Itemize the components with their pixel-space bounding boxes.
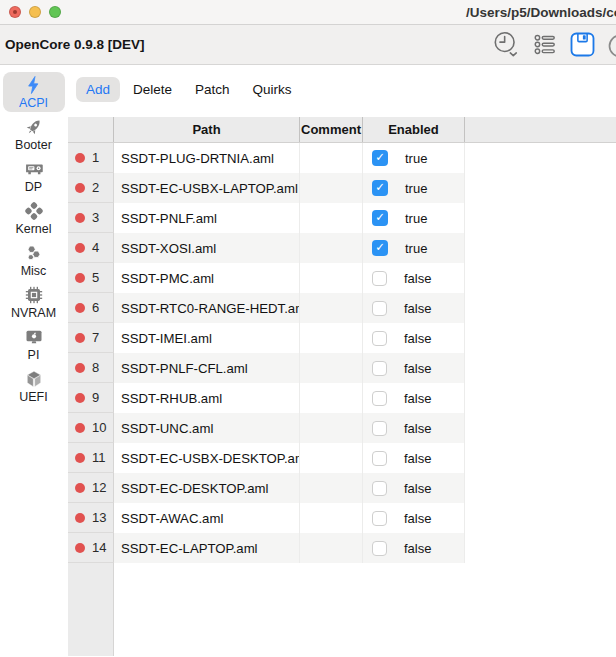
enabled-checkbox[interactable] bbox=[372, 481, 387, 496]
enabled-label: false bbox=[404, 511, 431, 526]
comment-cell[interactable] bbox=[300, 203, 363, 233]
comment-cell[interactable] bbox=[300, 443, 363, 473]
chip-icon bbox=[24, 285, 44, 305]
comment-cell[interactable] bbox=[300, 503, 363, 533]
path-cell[interactable]: SSDT-XOSI.aml bbox=[114, 233, 300, 263]
enabled-checkbox[interactable] bbox=[372, 421, 387, 436]
row-header-cell[interactable]: 14 bbox=[68, 533, 114, 563]
row-filler bbox=[465, 263, 616, 293]
enabled-checkbox[interactable] bbox=[372, 451, 387, 466]
options-list-icon[interactable] bbox=[533, 33, 558, 56]
row-header-cell[interactable]: 8 bbox=[68, 353, 114, 383]
path-cell[interactable]: SSDT-PNLF-CFL.aml bbox=[114, 353, 300, 383]
comment-cell[interactable] bbox=[300, 323, 363, 353]
enabled-checkbox[interactable] bbox=[372, 180, 388, 196]
minimize-button[interactable] bbox=[29, 6, 41, 18]
cube-icon bbox=[24, 369, 44, 389]
comment-cell[interactable] bbox=[300, 353, 363, 383]
row-header-cell[interactable]: 7 bbox=[68, 323, 114, 353]
enabled-checkbox[interactable] bbox=[372, 301, 387, 316]
sidebar-item-acpi[interactable]: ACPI bbox=[3, 72, 65, 112]
tab-patch[interactable]: Patch bbox=[185, 77, 240, 102]
comment-cell[interactable] bbox=[300, 263, 363, 293]
row-header-cell[interactable]: 4 bbox=[68, 233, 114, 263]
table-row[interactable]: 5 SSDT-PMC.aml false bbox=[68, 263, 616, 293]
table-row[interactable]: 9 SSDT-RHUB.aml false bbox=[68, 383, 616, 413]
row-index: 5 bbox=[92, 270, 99, 285]
enabled-checkbox[interactable] bbox=[372, 361, 387, 376]
comment-cell[interactable] bbox=[300, 173, 363, 203]
path-cell[interactable]: SSDT-EC-USBX-LAPTOP.aml bbox=[114, 173, 300, 203]
sidebar-item-booter[interactable]: Booter bbox=[3, 114, 65, 154]
comment-cell[interactable] bbox=[300, 473, 363, 503]
fullscreen-button[interactable] bbox=[49, 6, 61, 18]
path-cell[interactable]: SSDT-EC-LAPTOP.aml bbox=[114, 533, 300, 563]
table-row[interactable]: 3 SSDT-PNLF.aml true bbox=[68, 203, 616, 233]
row-header-cell[interactable]: 1 bbox=[68, 143, 114, 173]
table-row[interactable]: 10 SSDT-UNC.aml false bbox=[68, 413, 616, 443]
close-button[interactable] bbox=[9, 6, 21, 18]
enabled-checkbox[interactable] bbox=[372, 511, 387, 526]
row-header-cell[interactable]: 10 bbox=[68, 413, 114, 443]
comment-cell[interactable] bbox=[300, 413, 363, 443]
sidebar-item-kernel[interactable]: Kernel bbox=[3, 198, 65, 238]
path-cell[interactable]: SSDT-UNC.aml bbox=[114, 413, 300, 443]
table-row[interactable]: 6 SSDT-RTC0-RANGE-HEDT.aml false bbox=[68, 293, 616, 323]
path-cell[interactable]: SSDT-RHUB.aml bbox=[114, 383, 300, 413]
table-row[interactable]: 13 SSDT-AWAC.aml false bbox=[68, 503, 616, 533]
table-row[interactable]: 8 SSDT-PNLF-CFL.aml false bbox=[68, 353, 616, 383]
sidebar-item-nvram[interactable]: NVRAM bbox=[3, 282, 65, 322]
enabled-label: false bbox=[404, 451, 431, 466]
row-header-filler bbox=[68, 563, 114, 656]
row-header-cell[interactable]: 3 bbox=[68, 203, 114, 233]
sidebar-item-uefi[interactable]: UEFI bbox=[3, 366, 65, 406]
row-index: 2 bbox=[92, 180, 99, 195]
clipped-circle-icon[interactable] bbox=[607, 32, 616, 58]
path-cell[interactable]: SSDT-RTC0-RANGE-HEDT.aml bbox=[114, 293, 300, 323]
enabled-checkbox[interactable] bbox=[372, 391, 387, 406]
history-icon[interactable] bbox=[492, 30, 522, 59]
row-header-cell[interactable]: 9 bbox=[68, 383, 114, 413]
enabled-checkbox[interactable] bbox=[372, 331, 387, 346]
table-row[interactable]: 2 SSDT-EC-USBX-LAPTOP.aml true bbox=[68, 173, 616, 203]
tab-quirks[interactable]: Quirks bbox=[243, 77, 302, 102]
tab-add[interactable]: Add bbox=[76, 77, 120, 102]
row-header-cell[interactable]: 5 bbox=[68, 263, 114, 293]
comment-cell[interactable] bbox=[300, 383, 363, 413]
table-row[interactable]: 7 SSDT-IMEI.aml false bbox=[68, 323, 616, 353]
path-cell[interactable]: SSDT-PLUG-DRTNIA.aml bbox=[114, 143, 300, 173]
enabled-checkbox[interactable] bbox=[372, 240, 388, 256]
table-row[interactable]: 12 SSDT-EC-DESKTOP.aml false bbox=[68, 473, 616, 503]
sidebar-item-dp[interactable]: DP bbox=[3, 156, 65, 196]
path-cell[interactable]: SSDT-PMC.aml bbox=[114, 263, 300, 293]
row-filler bbox=[465, 473, 616, 503]
table-row[interactable]: 11 SSDT-EC-USBX-DESKTOP.aml false bbox=[68, 443, 616, 473]
comment-cell[interactable] bbox=[300, 293, 363, 323]
comment-cell[interactable] bbox=[300, 533, 363, 563]
comment-cell[interactable] bbox=[300, 143, 363, 173]
enabled-checkbox[interactable] bbox=[372, 150, 388, 166]
path-cell[interactable]: SSDT-EC-USBX-DESKTOP.aml bbox=[114, 443, 300, 473]
path-cell[interactable]: SSDT-AWAC.aml bbox=[114, 503, 300, 533]
row-header-cell[interactable]: 13 bbox=[68, 503, 114, 533]
sidebar-item-misc[interactable]: Misc bbox=[3, 240, 65, 280]
row-header-cell[interactable]: 2 bbox=[68, 173, 114, 203]
row-header-cell[interactable]: 6 bbox=[68, 293, 114, 323]
row-header-cell[interactable]: 12 bbox=[68, 473, 114, 503]
sidebar-item-pi[interactable]: PI bbox=[3, 324, 65, 364]
path-cell[interactable]: SSDT-IMEI.aml bbox=[114, 323, 300, 353]
path-cell[interactable]: SSDT-EC-DESKTOP.aml bbox=[114, 473, 300, 503]
enabled-cell: false bbox=[363, 383, 465, 413]
path-cell[interactable]: SSDT-PNLF.aml bbox=[114, 203, 300, 233]
table-row[interactable]: 14 SSDT-EC-LAPTOP.aml false bbox=[68, 533, 616, 563]
comment-cell[interactable] bbox=[300, 233, 363, 263]
table-row[interactable]: 4 SSDT-XOSI.aml true bbox=[68, 233, 616, 263]
enabled-checkbox[interactable] bbox=[372, 541, 387, 556]
enabled-checkbox[interactable] bbox=[372, 210, 388, 226]
table-row[interactable]: 1 SSDT-PLUG-DRTNIA.aml true bbox=[68, 143, 616, 173]
table-header: Path Comment Enabled bbox=[68, 117, 616, 143]
row-header-cell[interactable]: 11 bbox=[68, 443, 114, 473]
enabled-checkbox[interactable] bbox=[372, 271, 387, 286]
save-icon[interactable] bbox=[569, 31, 596, 58]
tab-delete[interactable]: Delete bbox=[123, 77, 182, 102]
